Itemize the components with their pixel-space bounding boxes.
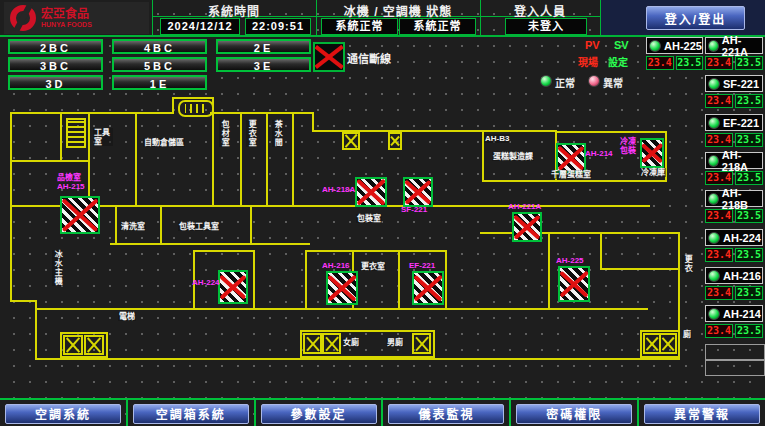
pv-value: 23.4 <box>705 94 733 108</box>
toolbar-cell: 儀表監視 <box>383 400 511 426</box>
lift-x-icon <box>388 132 402 150</box>
wall <box>35 308 648 310</box>
unit-led-icon <box>708 78 720 90</box>
unit-values: 23.4 23.5 <box>705 248 763 262</box>
floor-button-2bc[interactable]: 2BC <box>8 39 103 54</box>
room-label: 包材室 <box>219 120 230 147</box>
unit-ef-221[interactable]: EF-221 <box>705 114 763 131</box>
toolbar-cell: 異常警報 <box>639 400 765 426</box>
toolbar-button-meter-monitor[interactable]: 儀表監視 <box>388 404 504 424</box>
wall <box>548 232 550 310</box>
room-label: 包裝室 <box>356 214 382 223</box>
hunya-logo-icon <box>10 5 36 31</box>
room-label: 茶水間 <box>272 120 283 147</box>
unit-led-icon <box>708 232 720 244</box>
room-label: 清洗室 <box>120 222 146 231</box>
login-status-value: 未登入 <box>505 18 587 35</box>
machine-icon <box>178 100 214 117</box>
pv-value: 23.4 <box>705 248 733 262</box>
comm-fail-label: 通信斷線 <box>347 50 391 66</box>
sv-value: 23.5 <box>735 286 763 300</box>
ahu-fan-icon-ah-215[interactable] <box>60 196 100 234</box>
wall <box>10 205 650 207</box>
stair-x-icon <box>322 333 341 354</box>
room-label: 更衣室 <box>246 120 257 147</box>
floor-button-1e[interactable]: 1E <box>112 75 207 90</box>
unit-ah-224[interactable]: AH-224 <box>705 229 763 246</box>
sv-label: SV <box>614 39 629 51</box>
ahu-fan-icon-ah-221a[interactable] <box>512 212 542 242</box>
toolbar-cell: 密碼權限 <box>511 400 639 426</box>
unit-ah-225[interactable]: AH-225 <box>646 37 703 54</box>
ahu-fan-icon-ah-224[interactable] <box>218 270 248 304</box>
ahu-fan-icon-ah-225[interactable] <box>558 266 590 302</box>
logo-subtext: HUNYA FOODS <box>41 21 92 28</box>
wall <box>60 112 62 162</box>
unit-led-icon <box>649 40 661 52</box>
unit-values: 23.4 23.5 <box>705 324 763 338</box>
ahu-fan-icon-sf-221[interactable] <box>403 177 433 207</box>
login-logout-button[interactable]: 登入/登出 <box>646 6 745 30</box>
wall <box>210 112 314 114</box>
ahu-fan-icon-freezer-pack[interactable] <box>640 138 664 168</box>
pv-value: 23.4 <box>705 133 733 147</box>
floor-button-4bc[interactable]: 4BC <box>112 39 207 54</box>
unit-name: AH-218B <box>722 187 762 211</box>
unit-ah-218a[interactable]: AH-218A <box>705 152 763 169</box>
ahu-fan-icon-ah-214[interactable] <box>556 143 586 173</box>
unit-ah-216[interactable]: AH-216 <box>705 267 763 284</box>
floor-button-5bc[interactable]: 5BC <box>112 57 207 72</box>
floor-button-3e[interactable]: 3E <box>216 57 311 72</box>
unit-name: AH-225 <box>664 40 702 52</box>
toolbar-cell: 空調系統 <box>0 400 128 426</box>
toolbar-button-password-auth[interactable]: 密碼權限 <box>516 404 632 424</box>
unit-values: 23.4 23.5 <box>646 56 703 70</box>
toolbar-button-alarm[interactable]: 異常警報 <box>644 404 760 424</box>
unit-sf-221[interactable]: SF-221 <box>705 75 763 92</box>
wall <box>160 205 162 245</box>
map-unit-label: AH-214 <box>585 150 613 159</box>
wall <box>110 243 310 245</box>
map-unit-label: 冷凍 包裝 <box>620 138 636 156</box>
unit-values: 23.4 23.5 <box>705 94 763 108</box>
unit-name: AH-224 <box>723 232 761 244</box>
stair-x-icon <box>84 335 104 355</box>
room-label: 男廁 <box>386 338 404 347</box>
wall <box>193 250 255 252</box>
unit-led-icon <box>708 117 720 129</box>
stair-x-icon <box>659 333 677 354</box>
pv-label: PV <box>585 39 600 51</box>
wall <box>398 250 400 310</box>
toolbar-button-parameters[interactable]: 參數設定 <box>261 404 377 424</box>
wall <box>305 250 307 310</box>
unit-name: AH-216 <box>723 270 761 282</box>
unit-ah-221a[interactable]: AH-221A <box>705 37 763 54</box>
map-unit-label: AH-218A <box>322 186 355 195</box>
wall <box>35 300 37 360</box>
unit-ah-214[interactable]: AH-214 <box>705 305 763 322</box>
room-label: 蛋糕製造課 <box>492 152 534 161</box>
wall <box>115 205 117 245</box>
room-label: 自動倉儲區 <box>143 138 185 147</box>
unit-ah-218b[interactable]: AH-218B <box>705 190 763 207</box>
toolbar-cell: 參數設定 <box>256 400 384 426</box>
floor-button-2e[interactable]: 2E <box>216 39 311 54</box>
wall <box>480 232 678 234</box>
ahu-fan-icon-ah-218a[interactable] <box>355 177 387 207</box>
unit-values: 23.4 23.5 <box>705 286 763 300</box>
ahu-fan-icon-ah-216[interactable] <box>326 271 358 305</box>
unit-values: 23.4 23.5 <box>705 56 763 70</box>
room-label: 冷凍庫 <box>640 168 666 177</box>
room-label: 更衣 <box>682 255 693 273</box>
ahu-fan-icon-ef-221[interactable] <box>412 271 444 305</box>
floor-button-3d[interactable]: 3D <box>8 75 103 90</box>
toolbar-button-ahu-system[interactable]: 空調箱系統 <box>133 404 249 424</box>
staircase-icon <box>66 118 86 148</box>
wall <box>253 250 255 310</box>
system-time-label: 系統時間 <box>152 2 316 19</box>
wall <box>600 232 602 270</box>
wall <box>10 112 174 114</box>
floor-button-3bc[interactable]: 3BC <box>8 57 103 72</box>
toolbar-button-ac-system[interactable]: 空調系統 <box>5 404 121 424</box>
map-unit-label-text: AH-215 <box>57 182 85 191</box>
